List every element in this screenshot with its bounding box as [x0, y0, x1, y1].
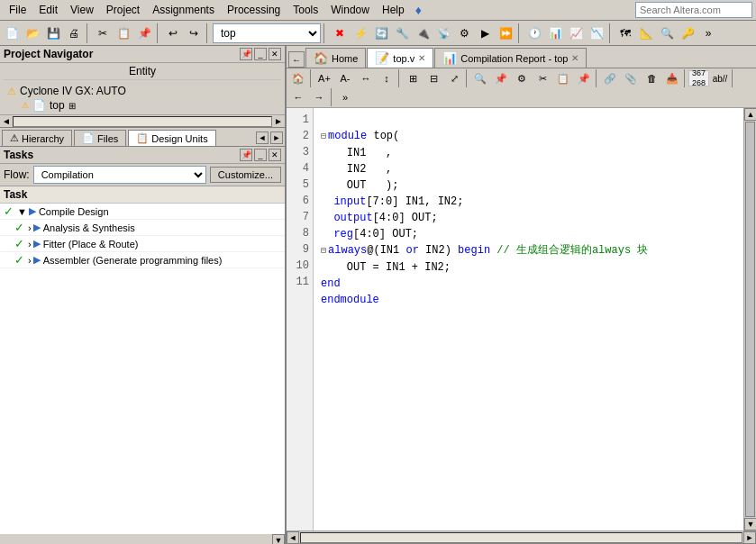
tb-btn7[interactable]: 🔧	[392, 23, 412, 43]
ctb-btn9[interactable]: 📌	[491, 69, 511, 87]
compile-btn[interactable]: ✖	[330, 23, 350, 43]
ctb-nav-left[interactable]: ←	[288, 88, 308, 106]
tasks-scroll-down[interactable]: ▼	[272, 534, 285, 544]
task-expand-icon[interactable]: ▼	[17, 206, 27, 217]
ctb-more[interactable]: »	[335, 88, 355, 106]
ctb-btn5[interactable]: ⊞	[403, 69, 423, 87]
customize-btn[interactable]: Customize...	[210, 167, 281, 183]
hscroll-right-btn[interactable]: ►	[743, 531, 756, 544]
ctb-btn17[interactable]: 📥	[662, 69, 682, 87]
menu-tools[interactable]: Tools	[287, 2, 323, 18]
tb-btn20[interactable]: 🔑	[678, 23, 697, 43]
new-btn[interactable]: 📄	[2, 23, 22, 43]
menu-file[interactable]: File	[4, 2, 32, 18]
tab-topv[interactable]: 📝 top.v ✕	[367, 48, 433, 68]
print-btn[interactable]: 🖨	[64, 23, 84, 43]
ctb-nav-right[interactable]: →	[309, 88, 329, 106]
tb-btn14[interactable]: 📊	[545, 23, 565, 43]
tb-btn16[interactable]: 📉	[587, 23, 606, 43]
task-assembler-expand[interactable]: ›	[28, 255, 32, 266]
hscroll-track[interactable]	[13, 116, 272, 127]
tb-btn18[interactable]: 📐	[636, 23, 656, 43]
ctb-btn4[interactable]: ↕	[377, 69, 396, 87]
menu-project[interactable]: Project	[101, 2, 145, 18]
cyclone-item[interactable]: ⚠ Cyclone IV GX: AUTO	[4, 84, 281, 98]
hscroll-track[interactable]	[300, 532, 742, 543]
scroll-right-btn[interactable]: ►	[274, 116, 283, 126]
left-tab-prev[interactable]: ◄	[256, 131, 269, 144]
tb-btn19[interactable]: 🔍	[657, 23, 677, 43]
ctb-btn8[interactable]: 🔍	[470, 69, 490, 87]
tab-nav-left[interactable]: ←	[288, 51, 305, 68]
menu-window[interactable]: Window	[325, 2, 375, 18]
tb-btn8[interactable]: 🔌	[413, 23, 433, 43]
task-row-fitter[interactable]: ✓ › ▶ Fitter (Place & Route)	[0, 236, 285, 252]
tasks-pin[interactable]: 📌	[240, 149, 252, 161]
ctb-btn1[interactable]: A+	[314, 69, 334, 87]
tb-btn15[interactable]: 📈	[566, 23, 586, 43]
ctb-btn11[interactable]: ✂	[533, 69, 552, 87]
task-row-analysis[interactable]: ✓ › ▶ Analysis & Synthesis	[0, 220, 285, 236]
redo-btn[interactable]: ↪	[184, 23, 204, 43]
tb-btn13[interactable]: 🕐	[524, 23, 544, 43]
ctb-btn16[interactable]: 🗑	[642, 69, 661, 87]
menu-processing[interactable]: Processing	[222, 2, 286, 18]
compilation-close-btn[interactable]: ✕	[571, 53, 578, 63]
tb-btn17[interactable]: 🗺	[615, 23, 635, 43]
task-row-compile[interactable]: ✓ ▼ ▶ Compile Design	[0, 204, 285, 220]
tab-home[interactable]: 🏠 Home	[305, 48, 366, 68]
tb-btn12[interactable]: ⏩	[496, 23, 515, 43]
copy-btn[interactable]: 📋	[114, 23, 133, 43]
scroll-left-btn[interactable]: ◄	[2, 116, 11, 126]
tb-btn21[interactable]: »	[698, 23, 718, 43]
tab-compilation[interactable]: 📊 Compilation Report - top ✕	[434, 48, 587, 68]
menu-view[interactable]: View	[65, 2, 99, 18]
open-btn[interactable]: 📂	[23, 23, 42, 43]
task-analysis-expand[interactable]: ›	[28, 222, 32, 233]
tb-btn5[interactable]: ⚡	[351, 23, 370, 43]
proj-nav-minimize[interactable]: _	[254, 48, 267, 60]
proj-nav-close[interactable]: ✕	[269, 48, 281, 60]
vscroll-up-btn[interactable]: ▲	[744, 108, 756, 121]
cut-btn[interactable]: ✂	[93, 23, 113, 43]
ctb-btn6[interactable]: ⊟	[424, 69, 443, 87]
undo-btn[interactable]: ↩	[163, 23, 183, 43]
save-btn[interactable]: 💾	[43, 23, 63, 43]
hscroll-left-btn[interactable]: ◄	[287, 531, 299, 544]
proj-nav-pin[interactable]: 📌	[240, 48, 252, 60]
ctb-btn13[interactable]: 📌	[574, 69, 594, 87]
vscroll-thumb[interactable]	[745, 122, 755, 517]
tab-design-units[interactable]: 📋 Design Units	[128, 130, 215, 146]
ctb-home-btn[interactable]: 🏠	[288, 69, 308, 87]
ctb-btn12[interactable]: 📋	[553, 69, 573, 87]
tb-btn6[interactable]: 🔄	[371, 23, 391, 43]
topv-close-btn[interactable]: ✕	[418, 53, 425, 63]
ctb-btn18[interactable]: ab//	[710, 69, 730, 87]
menu-help[interactable]: Help	[377, 2, 410, 18]
tb-btn9[interactable]: 📡	[433, 23, 453, 43]
ctb-btn3[interactable]: ↔	[356, 69, 376, 87]
ctb-btn10[interactable]: ⚙	[512, 69, 532, 87]
top-item[interactable]: ⚠ 📄 top ⊞	[4, 98, 281, 113]
paste-btn[interactable]: 📌	[134, 23, 154, 43]
tb-btn11[interactable]: ▶	[475, 23, 495, 43]
top-entity-select[interactable]: top	[213, 23, 321, 43]
ctb-btn14[interactable]: 🔗	[600, 69, 620, 87]
tasks-minimize[interactable]: _	[254, 149, 267, 161]
vscroll-down-btn[interactable]: ▼	[744, 518, 756, 530]
left-tab-next[interactable]: ►	[270, 131, 283, 144]
menu-assignments[interactable]: Assignments	[147, 2, 220, 18]
ctb-btn15[interactable]: 📎	[621, 69, 641, 87]
tasks-close[interactable]: ✕	[269, 149, 281, 161]
menu-edit[interactable]: Edit	[33, 2, 63, 18]
flow-select[interactable]: Compilation	[33, 166, 206, 184]
tab-files[interactable]: 📄 Files	[74, 130, 126, 146]
ctb-btn7[interactable]: ⤢	[444, 69, 464, 87]
task-fitter-expand[interactable]: ›	[28, 239, 32, 249]
code-text[interactable]: ⊟module top( IN1 , IN2 , OUT ); input[7:…	[314, 108, 743, 530]
tab-hierarchy[interactable]: ⚠ Hierarchy	[2, 130, 72, 146]
altera-search-input[interactable]	[635, 2, 752, 18]
ctb-btn2[interactable]: A-	[335, 69, 355, 87]
task-row-assembler[interactable]: ✓ › ▶ Assembler (Generate programming fi…	[0, 252, 285, 268]
tb-btn10[interactable]: ⚙	[454, 23, 474, 43]
